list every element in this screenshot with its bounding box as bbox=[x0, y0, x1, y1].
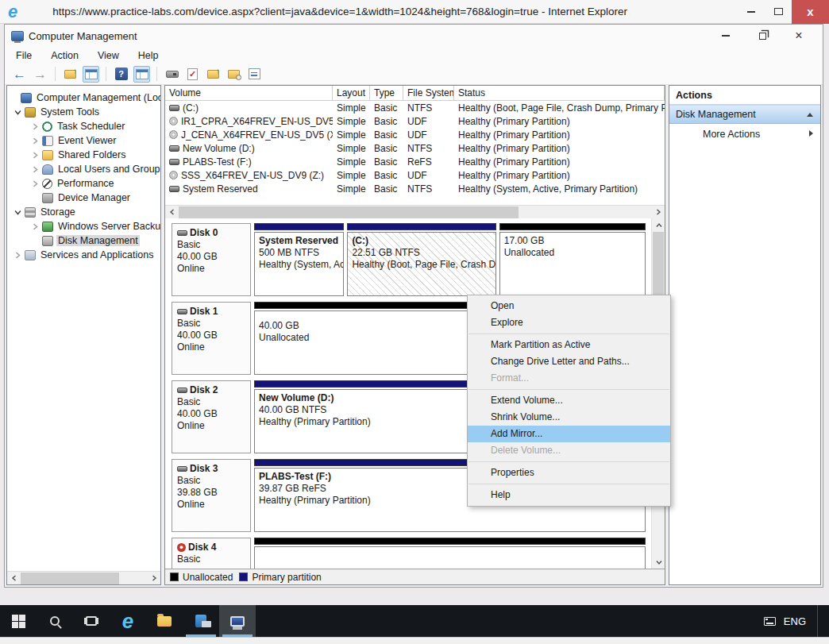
language-indicator[interactable]: ENG bbox=[784, 615, 806, 627]
show-action-pane-button[interactable] bbox=[133, 66, 150, 83]
scroll-right-icon[interactable] bbox=[651, 206, 665, 219]
column-layout[interactable]: Layout bbox=[333, 86, 370, 101]
partition-unallocated-disk0[interactable]: 17.00 GB Unallocated bbox=[499, 223, 646, 296]
folder-up-icon: ↑ bbox=[64, 70, 76, 79]
cm-minimize-button[interactable] bbox=[719, 29, 732, 42]
tree-item-windows-server-backup[interactable]: Windows Server Backup bbox=[7, 219, 160, 233]
forward-button[interactable]: → bbox=[32, 66, 48, 83]
partition-c-drive[interactable]: (C:) 22.51 GB NTFS Healthy (Boot, Page F… bbox=[347, 223, 495, 296]
tree-item-event-viewer[interactable]: Event Viewer bbox=[7, 133, 160, 148]
volume-row[interactable]: PLABS-Test (F:) Simple Basic ReFS Health… bbox=[165, 155, 665, 168]
chevron-down-icon[interactable] bbox=[12, 209, 23, 216]
chevron-right-icon[interactable] bbox=[29, 152, 40, 159]
menu-help[interactable]: Help bbox=[138, 50, 159, 61]
cm-close-button[interactable]: × bbox=[792, 29, 805, 42]
menu-item-open[interactable]: Open bbox=[468, 298, 670, 314]
tree-item-disk-management[interactable]: Disk Management bbox=[7, 233, 160, 248]
show-console-tree-button[interactable] bbox=[83, 66, 99, 83]
menu-view[interactable]: View bbox=[98, 50, 119, 61]
volume-row[interactable]: (C:) Simple Basic NTFS Healthy (Boot, Pa… bbox=[165, 101, 665, 114]
taskbar-computer-management[interactable] bbox=[219, 605, 256, 637]
actions-group-disk-management[interactable]: Disk Management bbox=[669, 105, 820, 124]
export-button[interactable]: ↑ bbox=[205, 66, 222, 83]
menu-item-properties[interactable]: Properties bbox=[468, 465, 670, 481]
column-type[interactable]: Type bbox=[370, 86, 403, 101]
input-indicator-icon[interactable] bbox=[764, 617, 776, 626]
up-one-level-button[interactable]: ↑ bbox=[62, 66, 79, 83]
volume-row[interactable]: New Volume (D:) Simple Basic NTFS Health… bbox=[165, 141, 665, 155]
disk-row-disk0[interactable]: Disk 0 Basic 40.00 GB Online System Rese… bbox=[172, 223, 646, 296]
scroll-down-icon[interactable] bbox=[652, 555, 665, 569]
menu-file[interactable]: File bbox=[16, 50, 32, 61]
more-actions-item[interactable]: More Actions bbox=[669, 124, 820, 145]
column-volume[interactable]: Volume bbox=[165, 86, 333, 101]
taskbar: e ENG bbox=[0, 605, 829, 637]
tree-item-performance[interactable]: Performance bbox=[7, 176, 160, 191]
menu-item-explore[interactable]: Explore bbox=[468, 314, 670, 331]
tree-item-system-tools[interactable]: System Tools bbox=[7, 105, 160, 119]
menu-item-add-mirror[interactable]: Add Mirror... bbox=[468, 426, 670, 442]
partition-system-reserved[interactable]: System Reserved 500 MB NTFS Healthy (Sys… bbox=[254, 223, 344, 296]
taskbar-server-manager[interactable] bbox=[183, 605, 219, 637]
volume-row[interactable]: System Reserved Simple Basic NTFS Health… bbox=[165, 182, 665, 195]
task-view-button[interactable] bbox=[73, 605, 110, 637]
volume-row[interactable]: IR1_CPRA_X64FREV_EN-US_DV5 (Y:) Simple B… bbox=[165, 114, 665, 128]
computer-management-taskbar-icon bbox=[230, 616, 245, 627]
scroll-left-icon[interactable] bbox=[165, 206, 179, 219]
start-button[interactable] bbox=[0, 605, 37, 637]
disk-row-disk4[interactable]: ●Disk 4 Basic bbox=[172, 538, 646, 569]
tree-item-task-scheduler[interactable]: Task Scheduler bbox=[7, 119, 160, 133]
back-button[interactable]: ← bbox=[11, 66, 28, 83]
column-status[interactable]: Status bbox=[454, 86, 665, 101]
chevron-down-icon[interactable] bbox=[12, 109, 23, 116]
menu-item-help[interactable]: Help bbox=[468, 487, 670, 503]
menu-action[interactable]: Action bbox=[51, 50, 79, 61]
partition-unallocated-disk4[interactable] bbox=[254, 538, 646, 569]
tree-horizontal-scrollbar[interactable] bbox=[7, 571, 160, 584]
check-volume-button[interactable]: ✓ bbox=[184, 66, 201, 83]
ie-titlebar: e https://www.practice-labs.com/device.a… bbox=[0, 0, 829, 24]
scroll-right-icon[interactable] bbox=[147, 572, 160, 585]
tasks-button[interactable] bbox=[246, 66, 263, 83]
chevron-right-icon[interactable] bbox=[29, 180, 40, 187]
cm-restore-button[interactable] bbox=[756, 29, 769, 42]
collapse-icon[interactable] bbox=[806, 109, 814, 120]
search-button[interactable] bbox=[37, 605, 73, 637]
chevron-right-icon[interactable] bbox=[29, 123, 40, 130]
tree-item-storage[interactable]: Storage bbox=[7, 205, 160, 219]
chevron-right-icon[interactable] bbox=[12, 252, 23, 259]
taskbar-file-explorer[interactable] bbox=[146, 605, 183, 637]
chevron-right-icon[interactable] bbox=[29, 166, 40, 173]
menu-item-change-drive-letter[interactable]: Change Drive Letter and Paths... bbox=[468, 353, 670, 370]
device-manager-icon bbox=[42, 193, 53, 203]
volume-row[interactable]: J_CENA_X64FREV_EN-US_DV5 (X:) Simple Bas… bbox=[165, 128, 665, 141]
taskbar-ie[interactable]: e bbox=[110, 605, 146, 637]
help-icon: ? bbox=[115, 67, 128, 80]
ie-close-button[interactable]: x bbox=[792, 0, 829, 24]
scrollbar-thumb[interactable] bbox=[179, 206, 519, 218]
tree-item-device-manager[interactable]: Device Manager bbox=[7, 191, 160, 205]
scrollbar-thumb[interactable] bbox=[21, 573, 119, 584]
cm-titlebar[interactable]: Computer Management × bbox=[5, 25, 823, 47]
scroll-left-icon[interactable] bbox=[7, 572, 21, 585]
chevron-right-icon[interactable] bbox=[29, 223, 40, 230]
show-desktop-edge[interactable] bbox=[817, 605, 818, 637]
help-button[interactable]: ? bbox=[113, 66, 129, 83]
menu-item-extend-volume[interactable]: Extend Volume... bbox=[468, 392, 670, 409]
scroll-up-icon[interactable] bbox=[652, 218, 665, 232]
column-file-system[interactable]: File System bbox=[403, 86, 454, 101]
volume-horizontal-scrollbar[interactable] bbox=[165, 205, 665, 218]
menu-item-shrink-volume[interactable]: Shrink Volume... bbox=[468, 409, 670, 426]
refresh-disks-button[interactable] bbox=[164, 66, 180, 83]
tree-item-shared-folders[interactable]: Shared Folders bbox=[7, 148, 160, 162]
tree-item-local-users-groups[interactable]: Local Users and Groups bbox=[7, 162, 160, 176]
chevron-right-icon[interactable] bbox=[29, 137, 40, 145]
volume-row[interactable]: SSS_X64FREV_EN-US_DV9 (Z:) Simple Basic … bbox=[165, 168, 665, 182]
menu-item-mark-partition-active[interactable]: Mark Partition as Active bbox=[468, 337, 670, 353]
ie-maximize-button[interactable] bbox=[765, 0, 792, 24]
tree-item-services-applications[interactable]: Services and Applications bbox=[7, 248, 160, 262]
ie-minimize-button[interactable] bbox=[738, 0, 765, 24]
tree: Computer Management (Local System Tools … bbox=[7, 86, 160, 262]
tree-item-computer-management[interactable]: Computer Management (Local bbox=[7, 91, 160, 105]
find-button[interactable] bbox=[226, 66, 242, 83]
